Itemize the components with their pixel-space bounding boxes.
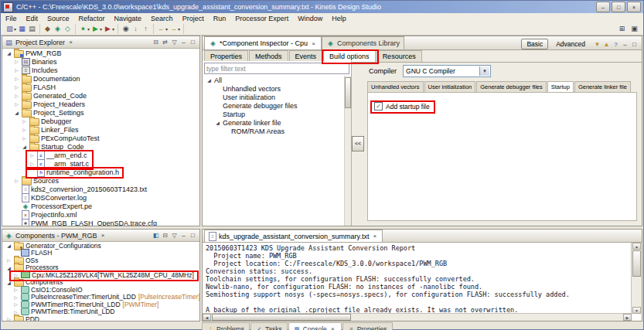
tree-item-debugger[interactable]: ▷Debugger [2, 117, 199, 125]
menu-project[interactable]: Project [178, 13, 209, 23]
menu-search[interactable]: Search [146, 13, 178, 23]
tree-item-csio1-consoleio[interactable]: ▷CsIO1:ConsoleIO [2, 286, 199, 294]
tree-collapse-icon[interactable]: ◢ [21, 144, 28, 149]
tree-expand-icon[interactable]: ▷ [21, 135, 28, 141]
minimize-icon[interactable]: – [179, 231, 188, 240]
tree-item-projectinfo-xml[interactable]: ProjectInfo.xml [2, 210, 199, 219]
tree-expand-icon[interactable]: ▷ [12, 301, 19, 307]
advanced-view-button[interactable]: Advanced [550, 39, 591, 49]
dropdown-arrow-icon[interactable]: ▾ [87, 26, 90, 32]
tree-expand-icon[interactable]: ▷ [13, 178, 20, 183]
scrollbar-thumb[interactable] [212, 314, 351, 321]
tree-collapse-icon[interactable]: ◢ [5, 243, 12, 248]
tree-expand-icon[interactable]: ▷ [13, 84, 20, 90]
maximize-icon[interactable]: □ [189, 231, 197, 240]
menu-source[interactable]: Source [43, 13, 74, 23]
tab-component-inspector[interactable]: *Component Inspector - Cpu [204, 36, 322, 49]
subtab-properties[interactable]: Properties [204, 50, 248, 62]
tree-item-rom-ram-areas[interactable]: ROM/RAM Areas [203, 127, 351, 135]
option-tab-startup[interactable]: Startup [547, 81, 574, 92]
scrollbar-vertical[interactable] [344, 76, 351, 226]
subtab-resources[interactable]: Resources [377, 50, 422, 62]
tree-item-pdd[interactable]: ▷PDD [2, 315, 199, 321]
tree-collapse-icon[interactable]: ◢ [13, 110, 20, 115]
tree-collapse-icon[interactable]: ◢ [206, 77, 213, 83]
option-tab-generate-linker-file[interactable]: Generate linker file [574, 81, 631, 92]
view-menu-icon[interactable]: ▽ [170, 38, 179, 46]
tree-item-documentation[interactable]: ▷Documentation [2, 74, 199, 83]
close-icon[interactable] [329, 325, 336, 330]
view-menu-icon[interactable]: ▽ [170, 231, 179, 240]
tree-item-kds2-conversion-20150603t1423-txt[interactable]: kds2_conversion_20150603T1423.txt [2, 185, 199, 193]
help-icon[interactable]: ? [612, 40, 620, 49]
menu-refactor[interactable]: Refactor [74, 13, 110, 23]
subtab-events[interactable]: Events [289, 50, 323, 62]
import-settings-icon[interactable]: ▲ [602, 40, 611, 49]
tree-item-project-headers[interactable]: ▷Project_Headers [2, 100, 199, 108]
chevron-down-icon[interactable]: ▼ [479, 66, 489, 76]
prev-annotation-button[interactable]: ↑ [141, 24, 151, 34]
scroll-right-icon[interactable]: ▶ [623, 314, 632, 321]
tree-expand-icon[interactable]: ▷ [12, 294, 19, 300]
maximize-window-button[interactable] [612, 2, 625, 12]
option-tab-unhandled-vectors[interactable]: Unhandled vectors [367, 81, 424, 92]
tree-collapse-icon[interactable]: ◢ [5, 280, 12, 285]
export-settings-icon[interactable]: ▼ [593, 40, 601, 49]
tree-item--arm-end-c[interactable]: ▷__arm_end.c [2, 151, 199, 159]
close-window-button[interactable] [627, 2, 641, 12]
maximize-icon[interactable]: □ [630, 40, 639, 49]
basic-view-button[interactable]: Basic [521, 39, 548, 49]
tree-item-processorexpert-pe[interactable]: ProcessorExpert.pe [2, 202, 199, 210]
scrollbar-vertical[interactable]: ▲ ▼ [631, 243, 642, 314]
dropdown-arrow-icon[interactable]: ▾ [178, 26, 180, 32]
tree-item-pwm-rgb-flash-opensda-trace-cfg[interactable]: PWM_RGB_FLASH_OpenSDA.trace.cfg [2, 219, 199, 226]
search-button[interactable]: ◉ [121, 24, 131, 34]
tree-item-pwmtimerrg-timerunit-ldd[interactable]: ▷PWMTimerRG:TimerUnit_LDD[PWMTimer] [2, 301, 199, 308]
option-tab-generate-debugger-files[interactable]: Generate debugger files [476, 81, 546, 92]
tree-item-generate-debugger-files[interactable]: Generate debugger files [203, 101, 351, 110]
open-perspective-button[interactable]: ⊞ [617, 24, 627, 34]
menu-window[interactable]: Window [293, 13, 327, 23]
tree-expand-icon[interactable]: ▷ [21, 127, 28, 132]
tree-item-project-settings[interactable]: ◢Project_Settings [2, 108, 199, 117]
collapse-all-icon[interactable]: ⊟ [161, 231, 169, 240]
tree-item-unhandled-vectors[interactable]: Unhandled vectors [203, 84, 351, 93]
cpp-perspective-button[interactable]: ▣ [629, 24, 639, 34]
menu-processor-expert[interactable]: Processor Expert [230, 13, 293, 23]
maximize-icon[interactable]: □ [189, 38, 197, 46]
scroll-down-icon[interactable]: ▼ [632, 307, 641, 314]
tree-item--arm-start-c[interactable]: ▷__arm_start.c [2, 159, 199, 168]
close-icon[interactable] [67, 39, 74, 46]
tree-collapse-icon[interactable]: ◢ [214, 120, 221, 125]
tab-conversion-summary[interactable]: kds_upgrade_assistant_conversion_summary… [204, 230, 383, 242]
tree-item-flash[interactable]: ▷FLASH [2, 83, 199, 91]
dropdown-arrow-icon[interactable]: ▾ [14, 26, 16, 32]
menu-edit[interactable]: Edit [22, 13, 43, 23]
tree-expand-icon[interactable]: ▷ [29, 161, 36, 166]
tree-expand-icon[interactable]: ▷ [13, 76, 20, 81]
tree-item-all[interactable]: ◢All [203, 76, 351, 84]
tree-item-startup[interactable]: Startup [203, 110, 351, 118]
new-wizard-button[interactable]: ▧▾ [5, 24, 17, 34]
scrollbar-thumb[interactable] [345, 77, 351, 108]
tree-item-pexcompautotest[interactable]: ▷PExCompAutoTest [2, 134, 199, 142]
tree-expand-icon[interactable]: ▷ [5, 257, 12, 263]
tab-components-library[interactable]: Components Library [322, 36, 404, 49]
print-button[interactable]: ▤ [27, 24, 37, 34]
run-button[interactable]: ▶▾ [90, 24, 103, 34]
subtab-methods[interactable]: Methods [249, 50, 288, 62]
add-startup-file-option[interactable]: Add startup file [372, 101, 432, 111]
scroll-left-icon[interactable]: ◀ [203, 314, 211, 321]
dropdown-arrow-icon[interactable]: ▾ [112, 26, 114, 32]
tree-item-linker-files[interactable]: ▷Linker_Files [2, 125, 199, 134]
tree-item-binaries[interactable]: ▷Binaries [2, 57, 199, 66]
checkbox-icon[interactable] [374, 102, 383, 111]
tree-item-generated-code[interactable]: ▷Generated_Code [2, 91, 199, 100]
close-icon[interactable] [100, 232, 107, 239]
tree-item-kdsconverter-log[interactable]: KDSConverter.log [2, 193, 199, 202]
tree-expand-icon[interactable]: ▷ [13, 67, 20, 73]
external-tools-button[interactable]: ▶▾ [103, 24, 115, 34]
show-categories-icon[interactable]: ◧ [152, 231, 160, 240]
tree-collapse-icon[interactable]: ◢ [5, 50, 12, 56]
tree-item-flash[interactable]: FLASH [2, 250, 199, 257]
